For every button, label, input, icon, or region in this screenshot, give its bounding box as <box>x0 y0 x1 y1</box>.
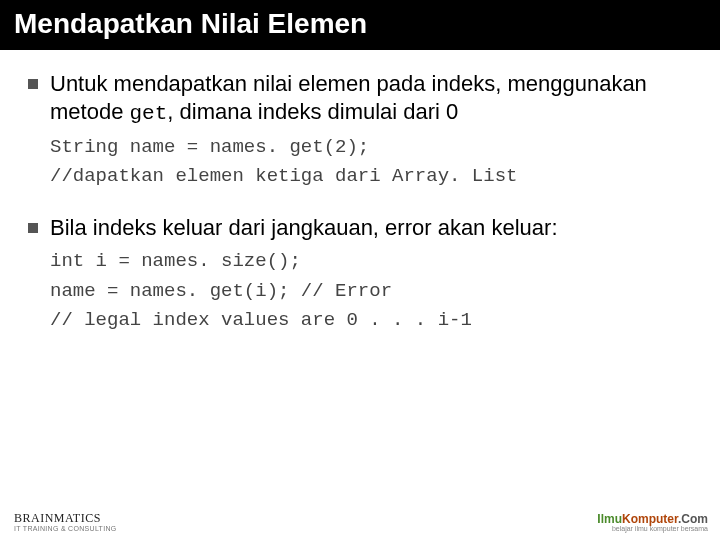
bullet-square-icon <box>28 223 38 233</box>
right-logo-com: .Com <box>678 512 708 526</box>
slide-footer: BRAINMATICS IT TRAINING & CONSULTING Ilm… <box>0 505 720 540</box>
slide-title: Mendapatkan Nilai Elemen <box>14 8 367 39</box>
right-logo: IlmuKomputer.Com belajar ilmu komputer b… <box>597 512 708 532</box>
bullet-item-2: Bila indeks keluar dari jangkauan, error… <box>28 214 692 242</box>
bullet-square-icon <box>28 79 38 89</box>
bullet-item-1: Untuk mendapatkan nilai elemen pada inde… <box>28 70 692 127</box>
slide-content: Untuk mendapatkan nilai elemen pada inde… <box>0 50 720 335</box>
bullet-text-1: Untuk mendapatkan nilai elemen pada inde… <box>50 70 692 127</box>
left-logo-sub: IT TRAINING & CONSULTING <box>14 525 117 532</box>
code-block-2: int i = names. size(); name = names. get… <box>50 247 692 335</box>
left-logo: BRAINMATICS IT TRAINING & CONSULTING <box>14 511 117 532</box>
slide-header: Mendapatkan Nilai Elemen <box>0 0 720 50</box>
bullet-text-2: Bila indeks keluar dari jangkauan, error… <box>50 214 558 242</box>
right-logo-title: IlmuKomputer.Com <box>597 512 708 526</box>
right-logo-tagline: belajar ilmu komputer bersama <box>597 525 708 532</box>
bullet1-inline-code: get <box>130 102 168 125</box>
code-block-1: String name = names. get(2); //dapatkan … <box>50 133 692 192</box>
bullet1-post: , dimana indeks dimulai dari 0 <box>167 99 458 124</box>
right-logo-komp: Komputer <box>622 512 678 526</box>
left-logo-brand: BRAINMATICS <box>14 511 117 526</box>
right-logo-ilmu: Ilmu <box>597 512 622 526</box>
